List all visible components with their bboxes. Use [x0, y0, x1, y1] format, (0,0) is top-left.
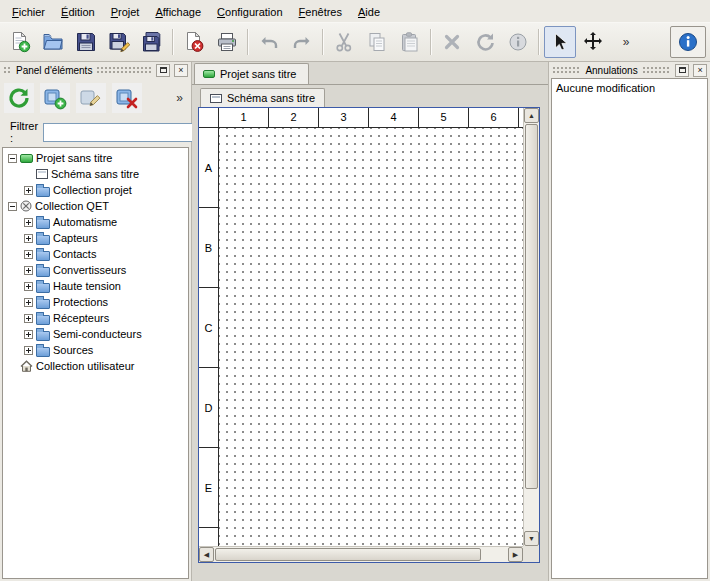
diagram-canvas[interactable]: [219, 128, 523, 546]
expand-icon[interactable]: [24, 314, 33, 323]
tree-item-projet-sans-titre[interactable]: Projet sans titre: [3, 150, 188, 166]
menu-aide[interactable]: Aide: [350, 2, 388, 21]
toolbar-separator: [430, 29, 432, 55]
tree-item-haute-tension[interactable]: Haute tension: [3, 278, 188, 294]
cut-icon: [333, 31, 355, 53]
home-icon: [20, 360, 33, 372]
tree-item-protections[interactable]: Protections: [3, 294, 188, 310]
tree-item-contacts[interactable]: Contacts: [3, 246, 188, 262]
copy-button[interactable]: [361, 26, 393, 58]
vertical-scrollbar[interactable]: ▲ ▼: [523, 108, 539, 546]
select-mode-button[interactable]: [544, 26, 576, 58]
folder-icon: [36, 299, 50, 309]
menu-projet[interactable]: Projet: [103, 2, 148, 21]
cut-button[interactable]: [328, 26, 360, 58]
tab-projet-sans-titre[interactable]: Projet sans titre: [194, 63, 309, 84]
tree-item-collection-projet[interactable]: Collection projet: [3, 182, 188, 198]
scroll-up-button[interactable]: ▲: [524, 108, 539, 123]
save-button[interactable]: [70, 26, 102, 58]
new-file-button[interactable]: [4, 26, 36, 58]
tree-item-capteurs[interactable]: Capteurs: [3, 230, 188, 246]
delete-button[interactable]: [436, 26, 468, 58]
tree-item-recepteurs[interactable]: Récepteurs: [3, 310, 188, 326]
project-icon: [20, 154, 33, 163]
toolbar-separator: [172, 29, 174, 55]
expand-icon[interactable]: [24, 346, 33, 355]
folder-icon: [36, 347, 50, 357]
element-info-button[interactable]: [502, 26, 534, 58]
float-panel-button[interactable]: [675, 64, 689, 77]
expand-icon[interactable]: [24, 234, 33, 243]
undo-history-list[interactable]: Aucune modification: [551, 78, 708, 579]
new-element-button[interactable]: [40, 83, 70, 113]
elements-panel-titlebar[interactable]: Panel d'éléments ×: [0, 62, 191, 78]
expand-icon[interactable]: [24, 266, 33, 275]
toolbar-separator: [247, 29, 249, 55]
undo-panel-titlebar[interactable]: Annulations ×: [549, 62, 710, 78]
open-file-button[interactable]: [37, 26, 69, 58]
tab-schema-sans-titre[interactable]: Schéma sans titre: [200, 88, 325, 107]
vertical-scroll-track[interactable]: [524, 124, 539, 530]
filter-row: Filtrer :: [0, 118, 191, 146]
tree-label: Semi-conducteurs: [53, 328, 142, 340]
tree-item-collection-qet[interactable]: Collection QET: [3, 198, 188, 214]
undo-panel-title: Annulations: [585, 65, 637, 76]
folder-icon: [36, 251, 50, 261]
expand-icon[interactable]: [24, 282, 33, 291]
tree-item-schema-sans-titre[interactable]: Schéma sans titre: [3, 166, 188, 182]
tree-item-automatisme[interactable]: Automatisme: [3, 214, 188, 230]
horizontal-scroll-track[interactable]: [215, 547, 507, 562]
tree-item-convertisseurs[interactable]: Convertisseurs: [3, 262, 188, 278]
tree-label: Protections: [53, 296, 108, 308]
menu-affichage[interactable]: Affichage: [147, 2, 209, 21]
panel-more-chevron-icon[interactable]: »: [174, 91, 187, 105]
expand-icon[interactable]: [24, 250, 33, 259]
menu-fenetres[interactable]: Fenêtres: [291, 2, 350, 21]
new-file-icon: [9, 31, 31, 53]
close-panel-button[interactable]: ×: [174, 64, 188, 77]
horizontal-scrollbar[interactable]: ◀ ▶: [199, 546, 523, 562]
expand-icon[interactable]: [24, 186, 33, 195]
tree-item-semi-conducteurs[interactable]: Semi-conducteurs: [3, 326, 188, 342]
tree-item-collection-utilisateur[interactable]: Collection utilisateur: [3, 358, 188, 374]
close-file-button[interactable]: [178, 26, 210, 58]
ruler-row: B: [199, 208, 218, 288]
about-qet-button[interactable]: [670, 26, 706, 58]
menu-fichier[interactable]: Fichier: [4, 2, 53, 21]
collapse-icon[interactable]: [8, 154, 17, 163]
horizontal-scroll-thumb[interactable]: [215, 548, 481, 561]
expand-icon[interactable]: [24, 298, 33, 307]
print-button[interactable]: [211, 26, 243, 58]
paste-button[interactable]: [394, 26, 426, 58]
move-mode-button[interactable]: [577, 26, 609, 58]
elements-panel-title: Panel d'éléments: [16, 65, 92, 76]
chevron-more-icon: »: [621, 35, 632, 49]
scroll-left-button[interactable]: ◀: [199, 547, 214, 562]
tree-item-sources[interactable]: Sources: [3, 342, 188, 358]
close-panel-button[interactable]: ×: [693, 64, 707, 77]
copy-icon: [366, 31, 388, 53]
redo-button[interactable]: [286, 26, 318, 58]
tree-label: Collection QET: [35, 200, 109, 212]
expand-icon[interactable]: [24, 330, 33, 339]
menu-edition[interactable]: Édition: [53, 2, 103, 21]
float-panel-button[interactable]: [156, 64, 170, 77]
edit-element-button[interactable]: [76, 83, 106, 113]
menu-configuration[interactable]: Configuration: [209, 2, 290, 21]
scroll-right-button[interactable]: ▶: [508, 547, 523, 562]
expand-icon[interactable]: [24, 218, 33, 227]
undo-button[interactable]: [253, 26, 285, 58]
diagram-icon: [210, 94, 222, 103]
collapse-icon[interactable]: [8, 202, 17, 211]
save-as-button[interactable]: [103, 26, 135, 58]
delete-element-button[interactable]: [112, 83, 142, 113]
filter-input[interactable]: [43, 123, 193, 142]
rotate-button[interactable]: [469, 26, 501, 58]
tree-label: Collection projet: [53, 184, 132, 196]
reload-collections-button[interactable]: [4, 83, 34, 113]
scroll-down-button[interactable]: ▼: [524, 531, 539, 546]
vertical-scroll-thumb[interactable]: [525, 124, 538, 489]
toolbar-more-button[interactable]: »: [610, 26, 642, 58]
save-all-button[interactable]: [136, 26, 168, 58]
ruler-row: C: [199, 288, 218, 368]
